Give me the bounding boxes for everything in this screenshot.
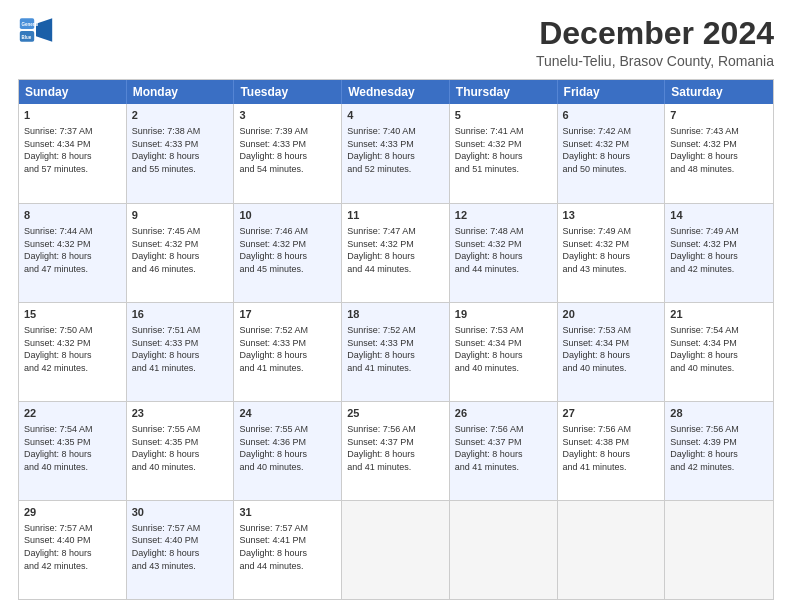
day-number: 24	[239, 406, 336, 421]
day-number: 29	[24, 505, 121, 520]
calendar-row: 15Sunrise: 7:50 AM Sunset: 4:32 PM Dayli…	[19, 302, 773, 401]
cell-content: Sunrise: 7:49 AM Sunset: 4:32 PM Dayligh…	[670, 225, 768, 275]
title-area: December 2024 Tunelu-Teliu, Brasov Count…	[536, 16, 774, 69]
calendar-cell: 12Sunrise: 7:48 AM Sunset: 4:32 PM Dayli…	[450, 204, 558, 302]
header-day-thursday: Thursday	[450, 80, 558, 104]
svg-text:General: General	[22, 22, 39, 27]
cell-content: Sunrise: 7:56 AM Sunset: 4:38 PM Dayligh…	[563, 423, 660, 473]
logo: General Blue	[18, 16, 54, 48]
day-number: 13	[563, 208, 660, 223]
calendar-body: 1Sunrise: 7:37 AM Sunset: 4:34 PM Daylig…	[19, 104, 773, 599]
calendar-cell	[665, 501, 773, 599]
header-day-tuesday: Tuesday	[234, 80, 342, 104]
cell-content: Sunrise: 7:41 AM Sunset: 4:32 PM Dayligh…	[455, 125, 552, 175]
cell-content: Sunrise: 7:52 AM Sunset: 4:33 PM Dayligh…	[239, 324, 336, 374]
calendar-cell: 16Sunrise: 7:51 AM Sunset: 4:33 PM Dayli…	[127, 303, 235, 401]
calendar-cell: 27Sunrise: 7:56 AM Sunset: 4:38 PM Dayli…	[558, 402, 666, 500]
day-number: 31	[239, 505, 336, 520]
day-number: 9	[132, 208, 229, 223]
calendar-cell: 21Sunrise: 7:54 AM Sunset: 4:34 PM Dayli…	[665, 303, 773, 401]
cell-content: Sunrise: 7:56 AM Sunset: 4:39 PM Dayligh…	[670, 423, 768, 473]
cell-content: Sunrise: 7:57 AM Sunset: 4:41 PM Dayligh…	[239, 522, 336, 572]
day-number: 7	[670, 108, 768, 123]
day-number: 23	[132, 406, 229, 421]
calendar-cell: 3Sunrise: 7:39 AM Sunset: 4:33 PM Daylig…	[234, 104, 342, 203]
calendar-cell: 24Sunrise: 7:55 AM Sunset: 4:36 PM Dayli…	[234, 402, 342, 500]
calendar-row: 1Sunrise: 7:37 AM Sunset: 4:34 PM Daylig…	[19, 104, 773, 203]
day-number: 3	[239, 108, 336, 123]
calendar-cell: 11Sunrise: 7:47 AM Sunset: 4:32 PM Dayli…	[342, 204, 450, 302]
day-number: 28	[670, 406, 768, 421]
day-number: 10	[239, 208, 336, 223]
cell-content: Sunrise: 7:38 AM Sunset: 4:33 PM Dayligh…	[132, 125, 229, 175]
cell-content: Sunrise: 7:56 AM Sunset: 4:37 PM Dayligh…	[347, 423, 444, 473]
calendar-cell: 1Sunrise: 7:37 AM Sunset: 4:34 PM Daylig…	[19, 104, 127, 203]
day-number: 17	[239, 307, 336, 322]
header-day-saturday: Saturday	[665, 80, 773, 104]
calendar-cell: 19Sunrise: 7:53 AM Sunset: 4:34 PM Dayli…	[450, 303, 558, 401]
svg-marker-2	[36, 18, 52, 41]
day-number: 11	[347, 208, 444, 223]
cell-content: Sunrise: 7:56 AM Sunset: 4:37 PM Dayligh…	[455, 423, 552, 473]
calendar-header: SundayMondayTuesdayWednesdayThursdayFrid…	[19, 80, 773, 104]
day-number: 25	[347, 406, 444, 421]
calendar-cell: 15Sunrise: 7:50 AM Sunset: 4:32 PM Dayli…	[19, 303, 127, 401]
cell-content: Sunrise: 7:37 AM Sunset: 4:34 PM Dayligh…	[24, 125, 121, 175]
day-number: 12	[455, 208, 552, 223]
calendar-cell: 29Sunrise: 7:57 AM Sunset: 4:40 PM Dayli…	[19, 501, 127, 599]
calendar-cell: 4Sunrise: 7:40 AM Sunset: 4:33 PM Daylig…	[342, 104, 450, 203]
main-title: December 2024	[536, 16, 774, 51]
day-number: 8	[24, 208, 121, 223]
cell-content: Sunrise: 7:39 AM Sunset: 4:33 PM Dayligh…	[239, 125, 336, 175]
cell-content: Sunrise: 7:46 AM Sunset: 4:32 PM Dayligh…	[239, 225, 336, 275]
subtitle: Tunelu-Teliu, Brasov County, Romania	[536, 53, 774, 69]
cell-content: Sunrise: 7:48 AM Sunset: 4:32 PM Dayligh…	[455, 225, 552, 275]
calendar-cell: 22Sunrise: 7:54 AM Sunset: 4:35 PM Dayli…	[19, 402, 127, 500]
calendar-row: 29Sunrise: 7:57 AM Sunset: 4:40 PM Dayli…	[19, 500, 773, 599]
cell-content: Sunrise: 7:45 AM Sunset: 4:32 PM Dayligh…	[132, 225, 229, 275]
header-day-monday: Monday	[127, 80, 235, 104]
calendar-cell: 30Sunrise: 7:57 AM Sunset: 4:40 PM Dayli…	[127, 501, 235, 599]
svg-text:Blue: Blue	[22, 35, 32, 40]
calendar-row: 8Sunrise: 7:44 AM Sunset: 4:32 PM Daylig…	[19, 203, 773, 302]
cell-content: Sunrise: 7:40 AM Sunset: 4:33 PM Dayligh…	[347, 125, 444, 175]
calendar-cell: 2Sunrise: 7:38 AM Sunset: 4:33 PM Daylig…	[127, 104, 235, 203]
cell-content: Sunrise: 7:55 AM Sunset: 4:35 PM Dayligh…	[132, 423, 229, 473]
calendar-cell: 6Sunrise: 7:42 AM Sunset: 4:32 PM Daylig…	[558, 104, 666, 203]
calendar-cell: 13Sunrise: 7:49 AM Sunset: 4:32 PM Dayli…	[558, 204, 666, 302]
header-day-friday: Friday	[558, 80, 666, 104]
day-number: 30	[132, 505, 229, 520]
day-number: 5	[455, 108, 552, 123]
calendar: SundayMondayTuesdayWednesdayThursdayFrid…	[18, 79, 774, 600]
day-number: 6	[563, 108, 660, 123]
calendar-cell: 9Sunrise: 7:45 AM Sunset: 4:32 PM Daylig…	[127, 204, 235, 302]
cell-content: Sunrise: 7:50 AM Sunset: 4:32 PM Dayligh…	[24, 324, 121, 374]
header-day-sunday: Sunday	[19, 80, 127, 104]
cell-content: Sunrise: 7:55 AM Sunset: 4:36 PM Dayligh…	[239, 423, 336, 473]
day-number: 21	[670, 307, 768, 322]
calendar-cell: 20Sunrise: 7:53 AM Sunset: 4:34 PM Dayli…	[558, 303, 666, 401]
calendar-cell: 31Sunrise: 7:57 AM Sunset: 4:41 PM Dayli…	[234, 501, 342, 599]
cell-content: Sunrise: 7:51 AM Sunset: 4:33 PM Dayligh…	[132, 324, 229, 374]
logo-icon: General Blue	[18, 16, 54, 48]
calendar-cell: 23Sunrise: 7:55 AM Sunset: 4:35 PM Dayli…	[127, 402, 235, 500]
page: General Blue December 2024 Tunelu-Teliu,…	[0, 0, 792, 612]
calendar-cell: 18Sunrise: 7:52 AM Sunset: 4:33 PM Dayli…	[342, 303, 450, 401]
day-number: 27	[563, 406, 660, 421]
calendar-cell	[558, 501, 666, 599]
header: General Blue December 2024 Tunelu-Teliu,…	[18, 16, 774, 69]
cell-content: Sunrise: 7:49 AM Sunset: 4:32 PM Dayligh…	[563, 225, 660, 275]
day-number: 14	[670, 208, 768, 223]
cell-content: Sunrise: 7:43 AM Sunset: 4:32 PM Dayligh…	[670, 125, 768, 175]
calendar-cell: 17Sunrise: 7:52 AM Sunset: 4:33 PM Dayli…	[234, 303, 342, 401]
day-number: 1	[24, 108, 121, 123]
calendar-cell: 26Sunrise: 7:56 AM Sunset: 4:37 PM Dayli…	[450, 402, 558, 500]
day-number: 2	[132, 108, 229, 123]
day-number: 18	[347, 307, 444, 322]
day-number: 16	[132, 307, 229, 322]
calendar-cell: 5Sunrise: 7:41 AM Sunset: 4:32 PM Daylig…	[450, 104, 558, 203]
cell-content: Sunrise: 7:54 AM Sunset: 4:35 PM Dayligh…	[24, 423, 121, 473]
cell-content: Sunrise: 7:52 AM Sunset: 4:33 PM Dayligh…	[347, 324, 444, 374]
cell-content: Sunrise: 7:57 AM Sunset: 4:40 PM Dayligh…	[132, 522, 229, 572]
day-number: 4	[347, 108, 444, 123]
